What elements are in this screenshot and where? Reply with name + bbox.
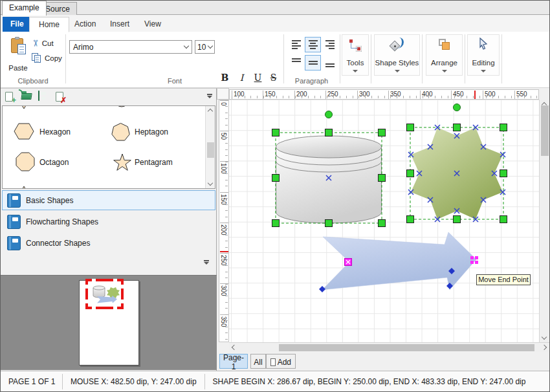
cylinder-rotation-handle[interactable] xyxy=(325,111,333,118)
open-library-button[interactable] xyxy=(21,91,34,103)
new-library-button[interactable]: + xyxy=(5,91,17,103)
paste-button[interactable]: Paste xyxy=(5,34,32,77)
align-center-icon xyxy=(309,40,318,49)
horizontal-scrollbar[interactable] xyxy=(229,342,549,352)
delete-library-button[interactable]: ✗ xyxy=(55,91,68,103)
partial-shape-top-left xyxy=(20,106,28,109)
status-bar: PAGE 1 OF 1 MOUSE X: 482.50 dip, Y: 247.… xyxy=(1,371,549,392)
ribbon-tab-file[interactable]: File xyxy=(3,17,32,32)
ink-bottle-icon xyxy=(389,37,406,54)
group-separator xyxy=(340,34,340,83)
page-tab-page1[interactable]: Page-1 xyxy=(219,354,248,369)
scroll-left-icon[interactable] xyxy=(232,345,237,350)
dropdown-caret-icon xyxy=(442,70,447,72)
font-family-value: Arimo xyxy=(73,43,93,52)
paste-icon xyxy=(11,38,23,53)
status-mouse-position: MOUSE X: 482.50 dip, Y: 247.00 dip xyxy=(63,377,204,386)
editing-button[interactable]: Editing xyxy=(467,34,500,76)
align-top-button[interactable] xyxy=(288,55,304,71)
overview-panel[interactable] xyxy=(1,275,217,370)
arrow-begin-handle[interactable] xyxy=(345,259,352,266)
collapse-categories-button[interactable] xyxy=(202,260,210,268)
align-left-button[interactable] xyxy=(288,37,304,52)
align-middle-button[interactable] xyxy=(305,55,321,71)
align-bottom-button[interactable] xyxy=(322,55,338,71)
page-tab-add[interactable]: Add xyxy=(266,354,296,369)
scroll-down-icon[interactable] xyxy=(542,334,547,340)
cut-icon: ✂ xyxy=(30,39,41,47)
font-group-label: Font xyxy=(66,77,283,85)
overview-viewport-rect[interactable] xyxy=(85,279,124,309)
new-page-icon xyxy=(270,358,276,366)
shape-styles-button[interactable]: Shape Styles xyxy=(374,34,420,76)
star-rotation-handle[interactable] xyxy=(454,104,461,111)
cursor-icon xyxy=(478,38,489,52)
scrollbar-thumb[interactable] xyxy=(279,344,534,351)
cut-button[interactable]: ✂ Cut xyxy=(32,36,64,50)
editing-label: Editing xyxy=(468,59,499,67)
horizontal-ruler: 100 150 200 250 300 350 400 450 500 550 xyxy=(229,89,539,100)
category-basic-shapes[interactable]: Basic Shapes xyxy=(2,190,215,210)
paragraph-group-label: Paragraph xyxy=(283,77,340,85)
align-center-button[interactable] xyxy=(305,37,321,52)
category-connector-shapes[interactable]: Connector Shapes xyxy=(2,233,215,253)
font-size-value: 10 xyxy=(197,43,206,52)
page-tab-label: All xyxy=(254,358,262,367)
dropdown-caret-icon xyxy=(481,70,486,72)
shape-list-scrollbar[interactable] xyxy=(205,106,215,188)
cylinder-shape[interactable] xyxy=(276,136,382,223)
category-label: Connector Shapes xyxy=(26,239,90,248)
group-separator xyxy=(283,34,284,83)
ribbon-tab-home[interactable]: Home xyxy=(29,17,69,32)
status-page-count: PAGE 1 OF 1 xyxy=(1,377,62,386)
copy-label: Copy xyxy=(45,54,62,62)
shape-item-hexagon[interactable]: Hexagon xyxy=(39,127,71,136)
align-right-button[interactable] xyxy=(322,37,338,52)
ribbon-tab-view[interactable]: View xyxy=(135,17,170,32)
document-tab-strip: Example Source xyxy=(1,1,549,15)
category-label: Basic Shapes xyxy=(26,196,73,205)
shape-thumbnails xyxy=(3,106,204,189)
scroll-down-icon[interactable] xyxy=(208,180,213,186)
ribbon-tab-action[interactable]: Action xyxy=(65,17,105,32)
scrollbar-thumb[interactable] xyxy=(541,105,549,156)
category-label: Flowcharting Shapes xyxy=(26,217,98,226)
arrange-button[interactable]: Arrange xyxy=(426,34,463,76)
page-tab-all[interactable]: All xyxy=(250,354,266,369)
align-middle-icon xyxy=(309,58,318,67)
ribbon-tab-insert[interactable]: Insert xyxy=(101,17,138,32)
pentagram-thumbnail xyxy=(114,154,131,170)
shape-list[interactable]: Hexagon Heptagon Octagon Pentagram xyxy=(2,105,215,189)
collapse-list-button[interactable] xyxy=(205,94,214,102)
copy-button[interactable]: Copy xyxy=(32,51,64,65)
partial-shape-top-right xyxy=(115,106,129,107)
scrollbar-thumb[interactable] xyxy=(207,142,214,158)
paste-label: Paste xyxy=(5,64,32,72)
library-toolbar: + ✗ xyxy=(1,90,216,105)
hexagon-thumbnail xyxy=(14,124,34,139)
shape-item-heptagon[interactable]: Heptagon xyxy=(135,127,168,136)
shape-item-octagon[interactable]: Octagon xyxy=(39,158,69,167)
scroll-up-icon[interactable] xyxy=(208,109,213,114)
ruler-corner xyxy=(217,88,229,100)
vertical-scrollbar[interactable] xyxy=(539,100,549,342)
tools-label: Tools xyxy=(342,59,368,67)
scroll-right-icon[interactable] xyxy=(542,345,547,350)
dropdown-caret-icon xyxy=(395,70,400,72)
font-size-combo[interactable]: 10 xyxy=(195,40,215,54)
category-flowcharting-shapes[interactable]: Flowcharting Shapes xyxy=(2,212,215,232)
doc-tab-example[interactable]: Example xyxy=(2,1,47,16)
align-left-icon xyxy=(292,40,301,49)
font-family-combo[interactable]: Arimo xyxy=(69,40,192,54)
tools-button[interactable]: Tools xyxy=(342,34,369,76)
group-separator xyxy=(465,34,465,83)
shape-item-pentagram[interactable]: Pentagram xyxy=(135,158,173,167)
ribbon: Paste ✂ Cut Copy Clipboard Arimo 10 B I … xyxy=(1,32,549,88)
save-library-button[interactable] xyxy=(38,91,51,103)
book-icon xyxy=(7,236,21,250)
drag-tooltip: Move End Point xyxy=(476,274,531,285)
diagram-canvas[interactable] xyxy=(229,100,539,342)
page-tab-bar: Page-1 All Add xyxy=(217,352,550,371)
book-icon xyxy=(7,193,21,208)
dropdown-caret-icon xyxy=(353,70,358,72)
